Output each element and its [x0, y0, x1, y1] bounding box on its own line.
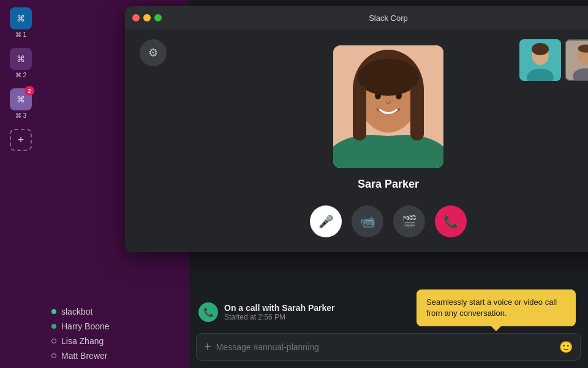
participant-2-avatar: [566, 40, 588, 80]
modal-body: ⚙: [125, 29, 588, 252]
message-input[interactable]: [216, 342, 554, 352]
workspace-1[interactable]: ⌘: [10, 7, 32, 29]
workspace-1-label: ⌘ 1: [15, 31, 26, 38]
mic-button[interactable]: 🎤: [310, 205, 342, 237]
minimize-button[interactable]: [143, 14, 151, 21]
matt-brewer-label: Matt Brewer: [61, 351, 107, 361]
call-controls: 🎤 📹 🎬 📞: [310, 205, 467, 237]
phone-icon: 📞: [203, 307, 214, 317]
channel-matt-brewer[interactable]: Matt Brewer: [42, 348, 189, 363]
harry-boone-label: Harry Boone: [61, 321, 110, 331]
lisa-zhang-label: Lisa Zhang: [61, 336, 104, 346]
workspace-1-icon: ⌘: [17, 13, 25, 23]
caller-name: Sara Parker: [358, 178, 419, 191]
participant-1-thumb: [519, 39, 561, 81]
end-call-button[interactable]: 📞: [435, 205, 467, 237]
svg-point-13: [358, 59, 419, 96]
mic-icon: 🎤: [318, 214, 334, 229]
workspace-3[interactable]: ⌘ 2: [10, 88, 32, 110]
workspace-dock: ⌘ ⌘ 1 ⌘ ⌘ 2 ⌘ 2 ⌘ 3 +: [0, 0, 42, 368]
call-notif-text: On a call with Sarah Parker Started at 2…: [224, 303, 335, 321]
call-notif-subtitle: Started at 2:56 PM: [224, 313, 335, 321]
channel-slackbot[interactable]: slackbot: [42, 304, 189, 319]
svg-rect-14: [353, 85, 366, 140]
main-video: [333, 45, 443, 168]
maximize-button[interactable]: [154, 14, 162, 21]
participants-row: 🎤 +: [519, 39, 588, 81]
video-call-modal: Slack Corp ··· ⚙: [125, 6, 588, 252]
message-emoji-button[interactable]: 🙂: [559, 340, 573, 354]
chat-area: Slack Corp ··· ⚙: [189, 0, 588, 368]
message-input-container: + 🙂: [189, 333, 588, 368]
video-off-icon: 🎬: [402, 214, 417, 229]
participant-1-avatar: [519, 39, 561, 81]
participant-2-thumb: 🎤: [565, 39, 588, 81]
close-button[interactable]: [132, 14, 140, 21]
workspace-3-label: ⌘ 3: [15, 112, 26, 119]
add-workspace-icon: +: [18, 134, 24, 147]
modal-titlebar: Slack Corp ···: [125, 6, 588, 29]
channels-list: slackbot Harry Boone Lisa Zhang Matt Bre…: [42, 299, 189, 368]
matt-brewer-status-dot: [51, 353, 56, 358]
svg-point-2: [532, 43, 549, 55]
slackbot-label: slackbot: [61, 307, 92, 316]
workspace-2-label: ⌘ 2: [15, 72, 26, 79]
harry-boone-status-dot: [51, 324, 56, 329]
gear-icon: ⚙: [148, 46, 158, 59]
svg-rect-15: [410, 85, 424, 140]
slackbot-status-dot: [51, 309, 56, 314]
add-workspace-button[interactable]: +: [10, 129, 32, 151]
video-on-button[interactable]: 📹: [352, 205, 383, 237]
tooltip-text: Seamlessly start a voice or video call f…: [426, 297, 557, 318]
video-on-icon: 📹: [360, 214, 375, 229]
settings-button[interactable]: ⚙: [140, 39, 167, 66]
modal-title: Slack Corp: [369, 13, 408, 23]
call-notif-title: On a call with Sarah Parker: [224, 303, 335, 313]
channel-harry-boone[interactable]: Harry Boone: [42, 319, 189, 334]
workspace-2[interactable]: ⌘: [10, 48, 32, 70]
call-notif-icon: 📞: [198, 302, 218, 322]
caller-avatar: [333, 45, 443, 168]
chat-bottom-area: 📞 On a call with Sarah Parker Started at…: [189, 296, 588, 368]
voice-video-tooltip: Seamlessly start a voice or video call f…: [417, 289, 576, 326]
message-input-row: + 🙂: [196, 333, 581, 361]
workspace-3-icon: ⌘: [17, 94, 25, 104]
workspace-2-icon: ⌘: [17, 54, 25, 64]
lisa-zhang-status-dot: [51, 339, 56, 343]
main-content: slackbot Harry Boone Lisa Zhang Matt Bre…: [42, 0, 588, 368]
workspace-3-badge: 2: [24, 86, 34, 96]
message-add-button[interactable]: +: [204, 340, 211, 354]
channel-lisa-zhang[interactable]: Lisa Zhang: [42, 334, 189, 348]
end-call-icon: 📞: [443, 214, 459, 229]
traffic-lights: [132, 14, 162, 21]
video-off-button[interactable]: 🎬: [393, 205, 425, 237]
